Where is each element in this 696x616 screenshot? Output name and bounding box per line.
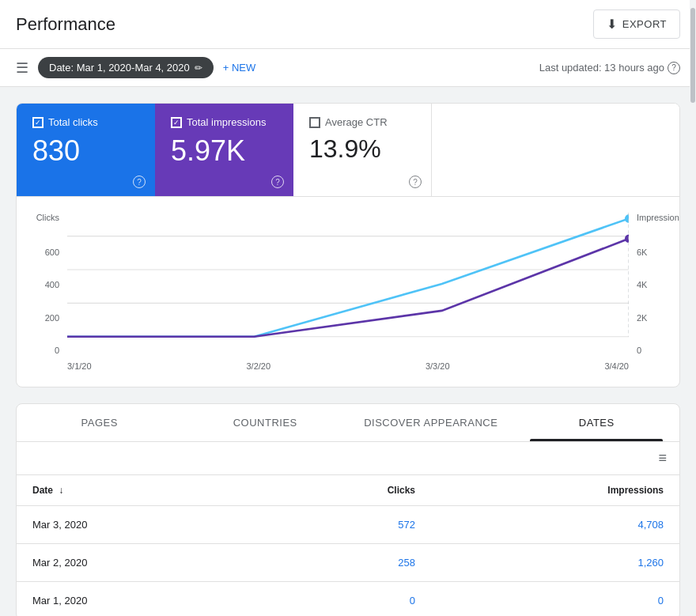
y-right-2k: 2K	[632, 313, 664, 323]
new-label: + NEW	[223, 62, 256, 74]
tab-countries[interactable]: COUNTRIES	[183, 404, 349, 441]
col-impressions: Impressions	[431, 475, 679, 506]
scrollbar[interactable]	[690, 0, 696, 616]
average-ctr-label: Average CTR	[309, 116, 415, 128]
x-label-2: 3/2/20	[246, 361, 270, 371]
x-axis: 3/1/20 3/2/20 3/3/20 3/4/20	[67, 361, 629, 371]
row-date: Mar 1, 2020	[17, 582, 262, 617]
average-ctr-value: 13.9%	[309, 134, 415, 164]
col-clicks: Clicks	[262, 475, 431, 506]
svg-point-5	[625, 214, 629, 223]
average-ctr-box[interactable]: Average CTR 13.9% ?	[293, 104, 432, 196]
tab-pages-label: PAGES	[81, 417, 118, 429]
y-right-label-impressions: Impressions	[632, 213, 664, 222]
y-right-6k: 6K	[632, 248, 664, 257]
stats-chart-card: Total clicks 830 ? Total impressions 5.9…	[16, 103, 680, 387]
chart-area: Clicks 600 400 200 0 Impressions 6K 4K 2…	[17, 197, 679, 387]
tab-dates-label: DATES	[579, 417, 615, 429]
ctr-help: ?	[409, 175, 422, 189]
total-impressions-label: Total impressions	[171, 116, 278, 128]
svg-point-4	[625, 235, 629, 244]
row-clicks: 258	[262, 544, 431, 582]
tab-countries-label: COUNTRIES	[233, 417, 297, 429]
row-impressions: 0	[431, 582, 679, 617]
x-label-4: 3/4/20	[604, 361, 629, 371]
date-range-label: Date: Mar 1, 2020-Mar 4, 2020	[49, 62, 190, 74]
total-clicks-value: 830	[32, 134, 139, 168]
clicks-checkbox	[32, 117, 44, 128]
sort-arrow: ↓	[59, 485, 63, 496]
total-impressions-box[interactable]: Total impressions 5.97K ?	[155, 104, 293, 196]
download-icon: ⬇	[607, 17, 618, 32]
ctr-checkbox	[309, 117, 320, 128]
tabs-card: PAGES COUNTRIES DISCOVER APPEARANCE DATE…	[16, 403, 680, 616]
total-clicks-label: Total clicks	[32, 116, 139, 128]
row-clicks: 572	[262, 506, 431, 544]
row-date: Mar 2, 2020	[17, 544, 262, 582]
table-row: Mar 3, 2020 572 4,708	[17, 506, 679, 544]
row-impressions: 4,708	[431, 506, 679, 544]
clicks-help: ?	[133, 175, 146, 189]
help-circle-ctr[interactable]: ?	[409, 176, 422, 188]
toolbar: ☰ Date: Mar 1, 2020-Mar 4, 2020 ✏ + NEW …	[0, 49, 696, 87]
export-button[interactable]: ⬇ EXPORT	[593, 9, 680, 39]
y-left-200: 200	[32, 313, 64, 323]
y-right-4k: 4K	[632, 280, 664, 289]
x-label-1: 3/1/20	[67, 361, 92, 371]
new-button[interactable]: + NEW	[223, 62, 256, 74]
row-clicks: 0	[262, 582, 431, 617]
total-impressions-value: 5.97K	[171, 134, 278, 168]
tab-discover-label: DISCOVER APPEARANCE	[364, 417, 497, 429]
sort-filter-icon[interactable]: ≡	[658, 450, 667, 467]
y-axis-left: Clicks 600 400 200 0	[32, 213, 64, 371]
export-label: EXPORT	[622, 18, 667, 30]
help-circle-impressions[interactable]: ?	[271, 176, 284, 188]
page-title: Performance	[16, 14, 115, 35]
date-range-pill[interactable]: Date: Mar 1, 2020-Mar 4, 2020 ✏	[38, 57, 214, 78]
y-left-0: 0	[32, 346, 64, 355]
col-date: Date ↓	[17, 475, 262, 506]
table-row: Mar 2, 2020 258 1,260	[17, 544, 679, 582]
row-date: Mar 3, 2020	[17, 506, 262, 544]
chart-svg	[67, 213, 629, 355]
scrollbar-thumb	[690, 8, 695, 103]
tab-discover[interactable]: DISCOVER APPEARANCE	[348, 404, 514, 441]
y-axis-right: Impressions 6K 4K 2K 0	[632, 213, 664, 371]
stat-empty	[432, 104, 679, 196]
impressions-help: ?	[271, 175, 284, 189]
table-header-row: Date ↓ Clicks Impressions	[17, 475, 679, 506]
x-label-3: 3/3/20	[426, 361, 450, 371]
chart-container: Clicks 600 400 200 0 Impressions 6K 4K 2…	[32, 213, 664, 371]
tab-dates[interactable]: DATES	[514, 404, 680, 441]
last-updated-text: Last updated: 13 hours ago	[539, 62, 664, 74]
total-clicks-box[interactable]: Total clicks 830 ?	[17, 104, 155, 196]
y-left-400: 400	[32, 280, 64, 289]
help-circle-clicks[interactable]: ?	[133, 176, 146, 188]
edit-icon: ✏	[195, 62, 202, 74]
row-impressions: 1,260	[431, 544, 679, 582]
table-row: Mar 1, 2020 0 0	[17, 582, 679, 617]
filter-row: ≡	[17, 442, 679, 475]
help-icon[interactable]: ?	[668, 62, 680, 74]
data-table: Date ↓ Clicks Impressions Mar 3, 2020 57…	[17, 475, 679, 616]
y-right-0: 0	[632, 346, 664, 355]
y-left-600: 600	[32, 248, 64, 257]
toolbar-left: ☰ Date: Mar 1, 2020-Mar 4, 2020 ✏ + NEW	[16, 57, 255, 78]
main-content: Total clicks 830 ? Total impressions 5.9…	[0, 87, 696, 616]
impressions-checkbox	[171, 117, 182, 128]
stats-row: Total clicks 830 ? Total impressions 5.9…	[17, 104, 679, 197]
last-updated: Last updated: 13 hours ago ?	[539, 62, 680, 74]
tab-pages[interactable]: PAGES	[17, 404, 183, 441]
header: Performance ⬇ EXPORT	[0, 0, 696, 49]
filter-icon[interactable]: ☰	[16, 59, 28, 77]
tabs-row: PAGES COUNTRIES DISCOVER APPEARANCE DATE…	[17, 404, 679, 442]
y-left-label-clicks: Clicks	[32, 213, 64, 222]
